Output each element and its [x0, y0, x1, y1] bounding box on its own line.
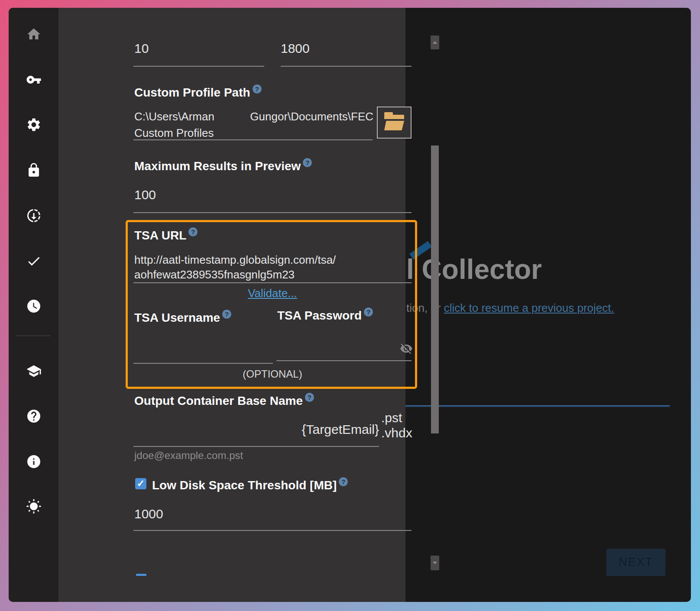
- desktop-gradient-frame: l Collector tion, or click to resume a p…: [0, 0, 700, 611]
- low-disk-checkbox[interactable]: ✓: [135, 478, 146, 489]
- downloading-icon: [26, 208, 42, 223]
- arrow-down-icon: [433, 562, 437, 564]
- sidebar-item-settings[interactable]: [26, 116, 42, 133]
- validate-link-row: Validate...: [133, 287, 412, 300]
- tsa-username-label: TSA Username?: [134, 311, 231, 325]
- scrollbar-down-button[interactable]: [431, 556, 439, 570]
- custom-profile-path-label: Custom Profile Path?: [134, 86, 262, 100]
- tsa-username-input[interactable]: [133, 363, 273, 364]
- browse-folder-button[interactable]: [377, 107, 412, 139]
- low-disk-label: Low Disk Space Threshold [MB]?: [152, 478, 348, 492]
- visibility-off-icon[interactable]: [400, 342, 413, 355]
- sidebar-item-updates[interactable]: [26, 207, 42, 224]
- sidebar-item-licensing[interactable]: [26, 71, 42, 88]
- field-underline: [281, 66, 412, 67]
- app-window: l Collector tion, or click to resume a p…: [9, 8, 691, 602]
- help-icon[interactable]: ?: [253, 84, 262, 94]
- settings-gear-icon: [26, 117, 42, 133]
- extension-vhdx: .vhdx: [381, 426, 412, 440]
- checkmark-icon: [26, 253, 42, 269]
- sidebar-item-learning[interactable]: [26, 363, 42, 379]
- custom-profile-path-input[interactable]: C:\Users\Arman Gungor\Documents\FEC Cust…: [134, 108, 373, 141]
- help-icon[interactable]: ?: [305, 393, 314, 402]
- sidebar: [9, 8, 58, 602]
- partially-visible-checkbox: [136, 574, 146, 576]
- output-container-hint: jdoe@example.com.pst: [134, 449, 243, 462]
- help-circle-icon: [26, 408, 42, 424]
- clock-icon: [26, 298, 42, 314]
- field-underline: [133, 139, 373, 140]
- extension-pst: .pst: [381, 411, 402, 425]
- sidebar-item-history[interactable]: [26, 298, 42, 314]
- field-underline: [133, 66, 264, 67]
- low-disk-input[interactable]: 1000: [134, 507, 163, 521]
- key-icon: [26, 72, 42, 87]
- optional-note: (OPTIONAL): [133, 368, 412, 380]
- numeric-field-right[interactable]: 1800: [281, 41, 310, 56]
- help-icon[interactable]: ?: [339, 477, 348, 486]
- field-underline: [133, 530, 412, 531]
- tsa-password-label: TSA Password?: [277, 309, 373, 323]
- output-container-label: Output Container Base Name?: [134, 394, 314, 408]
- validate-link[interactable]: Validate...: [248, 287, 297, 300]
- next-button[interactable]: NEXT: [606, 549, 665, 576]
- tsa-url-label: TSA URL?: [134, 229, 198, 242]
- lock-icon: [26, 162, 42, 178]
- sidebar-item-theme[interactable]: [26, 498, 42, 515]
- settings-panel: 10 1800 Custom Profile Path? C:\Users\Ar…: [58, 8, 405, 602]
- sidebar-item-security[interactable]: [26, 162, 42, 178]
- sidebar-item-home[interactable]: [26, 26, 42, 42]
- open-folder-icon: [384, 115, 404, 130]
- sidebar-item-validation[interactable]: [26, 253, 42, 269]
- numeric-field-left[interactable]: 10: [134, 41, 149, 56]
- tsa-password-input[interactable]: [276, 360, 412, 361]
- max-results-preview-label: Maximum Results in Preview?: [134, 159, 312, 173]
- arrow-up-icon: [433, 41, 437, 44]
- tsa-url-input[interactable]: http://aatl-timestamp.globalsign.com/tsa…: [134, 252, 377, 282]
- info-circle-icon: [26, 454, 42, 469]
- scrollbar-thumb[interactable]: [431, 145, 439, 433]
- help-icon[interactable]: ?: [188, 227, 198, 236]
- graduation-cap-icon: [26, 363, 42, 379]
- sidebar-item-about[interactable]: [26, 453, 42, 470]
- help-icon[interactable]: ?: [364, 307, 373, 317]
- help-icon[interactable]: ?: [303, 158, 312, 167]
- home-icon: [26, 26, 42, 42]
- help-icon[interactable]: ?: [222, 310, 231, 319]
- project-field-underline: [405, 405, 670, 407]
- scrollbar-up-button[interactable]: [431, 36, 439, 49]
- sidebar-divider: [16, 336, 51, 336]
- max-results-preview-input[interactable]: 100: [134, 188, 156, 202]
- app-title-fragment: l Collector: [406, 253, 542, 285]
- brightness-sun-icon: [26, 499, 42, 514]
- field-underline: [133, 282, 412, 283]
- sidebar-item-help[interactable]: [26, 408, 42, 424]
- field-underline: [133, 212, 412, 213]
- field-underline: [133, 446, 379, 447]
- output-container-input[interactable]: {TargetEmail}: [133, 422, 379, 437]
- resume-previous-project-link[interactable]: click to resume a previous project.: [444, 301, 614, 314]
